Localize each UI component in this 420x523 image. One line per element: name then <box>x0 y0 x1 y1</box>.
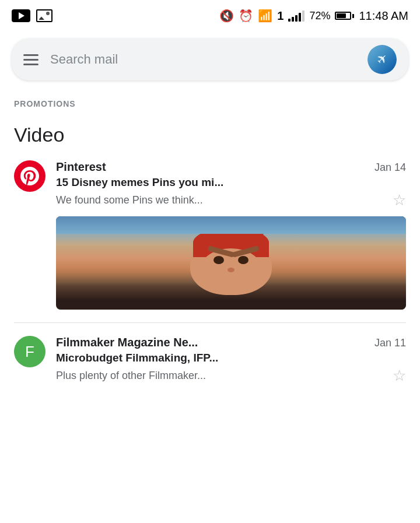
alarm-icon: ⏰ <box>239 9 253 23</box>
battery-percent: 72% <box>309 10 330 22</box>
search-input-placeholder[interactable]: Search mail <box>50 52 368 67</box>
email-date-filmmaker: Jan 11 <box>374 337 406 349</box>
email-date: Jan 14 <box>374 162 406 174</box>
sender-avatar-pinterest <box>14 160 46 192</box>
email-top-row: Pinterest Jan 14 <box>56 160 406 174</box>
image-icon <box>36 9 52 22</box>
email-preview-row-filmmaker: Plus plenty of other Filmmaker... ☆ <box>56 367 406 385</box>
avatar-image <box>368 45 397 74</box>
sender-avatar-filmmaker: F <box>14 336 46 367</box>
email-content-filmmaker: Filmmaker Magazine Ne... Jan 11 Microbud… <box>56 336 406 385</box>
video-section-label: Video <box>0 114 420 152</box>
email-thumbnail-pinterest <box>56 216 406 310</box>
status-time: 11:48 AM <box>359 9 408 23</box>
signal-bars <box>288 10 304 22</box>
star-button-filmmaker[interactable]: ☆ <box>393 367 406 385</box>
email-subject: 15 Disney memes Pins you mi... <box>56 176 406 189</box>
search-bar-container: Search mail <box>0 31 420 87</box>
star-button[interactable]: ☆ <box>393 191 406 209</box>
email-top-row-filmmaker: Filmmaker Magazine Ne... Jan 11 <box>56 336 406 349</box>
email-subject-filmmaker: Microbudget Filmmaking, IFP... <box>56 352 406 364</box>
email-content-pinterest: Pinterest Jan 14 15 Disney memes Pins yo… <box>56 160 406 209</box>
youtube-icon <box>12 9 30 22</box>
sender-name-filmmaker: Filmmaker Magazine Ne... <box>56 336 198 349</box>
thumbnail-image <box>56 216 406 310</box>
battery-icon <box>335 12 354 20</box>
email-preview: We found some Pins we think... <box>56 194 386 206</box>
status-right-icons: 🔇 ⏰ 📶 1 72% 11:48 AM <box>219 9 408 23</box>
email-header: Pinterest Jan 14 15 Disney memes Pins yo… <box>14 160 406 209</box>
email-item-filmmaker[interactable]: F Filmmaker Magazine Ne... Jan 11 Microb… <box>0 323 420 393</box>
wifi-icon: 📶 <box>258 9 272 23</box>
search-bar[interactable]: Search mail <box>12 38 408 80</box>
email-preview-filmmaker: Plus plenty of other Filmmaker... <box>56 370 386 382</box>
hamburger-menu-button[interactable] <box>23 54 38 65</box>
user-avatar[interactable] <box>368 45 397 74</box>
mute-icon: 🔇 <box>219 9 234 23</box>
status-bar: 🔇 ⏰ 📶 1 72% 11:48 AM <box>0 0 420 31</box>
email-item-pinterest[interactable]: Pinterest Jan 14 15 Disney memes Pins yo… <box>0 152 420 318</box>
email-preview-row: We found some Pins we think... ☆ <box>56 191 406 209</box>
status-left-icons <box>12 9 52 22</box>
sender-name: Pinterest <box>56 160 106 174</box>
sim-indicator: 1 <box>277 9 284 23</box>
promotions-label: PROMOTIONS <box>0 87 420 114</box>
email-header-filmmaker: F Filmmaker Magazine Ne... Jan 11 Microb… <box>14 336 406 385</box>
